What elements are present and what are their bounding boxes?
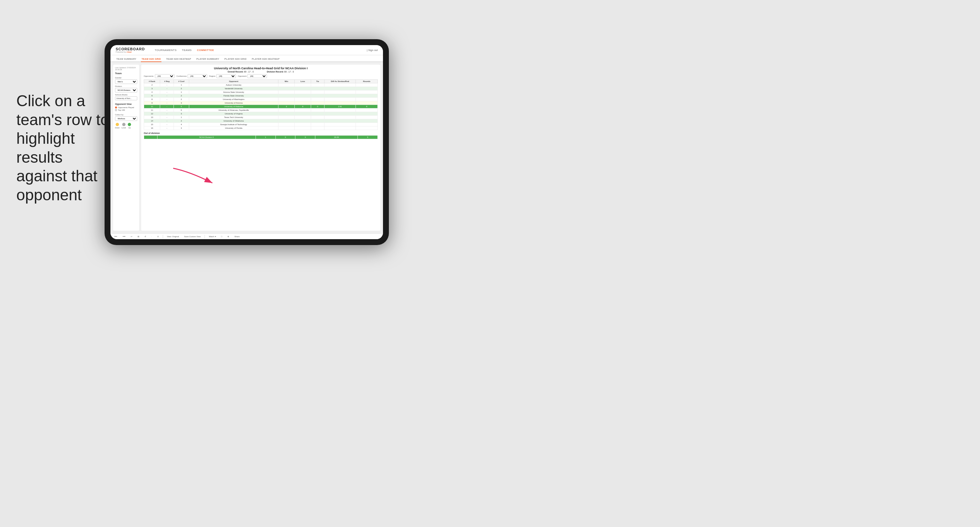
nav-teams[interactable]: TEAMS — [182, 49, 192, 52]
cell-diff: 2.61 — [324, 105, 356, 108]
cell-opponent: Arizona State University — [189, 91, 278, 94]
tab-team-h2h-grid[interactable]: TEAM H2H GRID — [141, 57, 161, 62]
table-row[interactable]: 8 - 2 University of Washington — [144, 98, 378, 101]
cell-rounds — [356, 91, 378, 94]
cell-rounds — [356, 83, 378, 87]
legend-down-label: Down — [115, 127, 119, 129]
cell-reg: - — [160, 105, 174, 108]
cell-loss — [294, 101, 311, 105]
cell-loss — [294, 94, 311, 98]
table-row[interactable]: 3 - 2 Vanderbilt University — [144, 87, 378, 91]
cell-loss — [294, 87, 311, 91]
table-row[interactable]: 16 - 3 University of Florida — [144, 126, 378, 130]
cell-rounds — [356, 101, 378, 105]
cell-diff — [324, 116, 356, 119]
cell-reg: - — [160, 119, 174, 123]
cell-diff — [324, 108, 356, 112]
table-row[interactable]: 14 - 2 University of Oklahoma — [144, 119, 378, 123]
sign-out-link[interactable]: | Sign out — [367, 49, 378, 52]
out-div-division — [144, 135, 158, 139]
legend-down-circle — [116, 123, 119, 126]
legend-down: Down — [115, 123, 119, 129]
table-row[interactable]: 15 - 4 Georgia Institute of Technology — [144, 123, 378, 126]
toolbar-refresh[interactable]: ↩ — [129, 235, 134, 238]
gender-select[interactable]: Men's — [115, 80, 137, 84]
cell-reg: - — [160, 94, 174, 98]
toolbar-view-original[interactable]: View: Original — [165, 235, 180, 238]
table-row[interactable]: 2 - 1 Auburn University — [144, 83, 378, 87]
cell-reg: - — [160, 83, 174, 87]
table-row[interactable]: 9 - 3 University of Arizona — [144, 101, 378, 105]
logo-area: SCOREBOARD Powered by clippi — [116, 47, 145, 53]
toolbar-watch[interactable]: Watch ▾ — [207, 235, 217, 238]
cell-diff — [324, 101, 356, 105]
region-filter-select[interactable]: (All) — [216, 74, 236, 78]
cell-loss — [294, 119, 311, 123]
division-label: Division — [115, 85, 137, 87]
cell-rank: 12 — [144, 112, 160, 116]
gender-label: Gender — [115, 77, 137, 79]
nav-tournaments[interactable]: TOURNAMENTS — [154, 49, 177, 52]
brand-name: clippi — [126, 51, 132, 53]
toolbar-save-custom[interactable]: Save Custom View — [183, 235, 202, 238]
cell-reg: - — [160, 87, 174, 91]
opponents-filter-label: Opponents: — [144, 75, 154, 77]
cell-rank: 15 — [144, 123, 160, 126]
out-of-div-row[interactable]: NCAA Division II 1 0 0 26.00 3 — [144, 135, 378, 139]
tab-team-summary[interactable]: TEAM SUMMARY — [116, 57, 137, 62]
grid-table: # Rank # Reg # Conf Opponent Win Loss Ti… — [144, 80, 378, 130]
cell-win — [278, 119, 294, 123]
toolbar-share[interactable]: Share — [233, 235, 241, 238]
cell-opponent: University of Arizona — [189, 101, 278, 105]
toolbar-grid[interactable]: ⊞ — [136, 235, 140, 238]
tab-team-h2h-heatmap[interactable]: TEAM H2H HEATMAP — [165, 57, 192, 62]
toolbar-dot[interactable]: · — [150, 235, 153, 238]
cell-conf: 2 — [174, 87, 189, 91]
cell-conf: 6 — [174, 108, 189, 112]
table-row[interactable]: 4 - 1 Arizona State University — [144, 91, 378, 94]
toolbar-target[interactable]: ⊙ — [156, 235, 160, 238]
cell-diff — [324, 98, 356, 101]
cell-loss — [294, 126, 311, 130]
toolbar-plus[interactable]: ⊕ — [226, 235, 231, 238]
cell-reg: - — [160, 112, 174, 116]
toolbar-redo[interactable]: ⟶ — [121, 235, 127, 238]
toolbar-divider-2 — [205, 235, 205, 238]
cell-rank: 4 — [144, 91, 160, 94]
top-100-label: Top 100 — [118, 109, 125, 111]
cell-conf: 3 — [174, 101, 189, 105]
table-row[interactable]: 6 - 2 Florida State University — [144, 94, 378, 98]
tab-player-h2h-grid[interactable]: PLAYER H2H GRID — [224, 57, 247, 62]
cell-conf: 2 — [174, 94, 189, 98]
toolbar-clock[interactable]: ↺ — [143, 235, 147, 238]
opponent-filter-select[interactable]: (All) — [247, 74, 267, 78]
panel-title: University of North Carolina Head-to-Hea… — [144, 67, 378, 70]
table-row[interactable]: 13 - 1 Texas Tech University — [144, 116, 378, 119]
cell-opponent: University of Arkansas, Fayetteville — [189, 108, 278, 112]
cell-rank: 16 — [144, 126, 160, 130]
table-row[interactable]: 12 - 3 University of Virginia — [144, 112, 378, 116]
legend-up: Up — [128, 123, 131, 129]
division-select[interactable]: NCAA Division I — [115, 88, 137, 92]
top-100-radio-dot — [115, 109, 117, 111]
opponents-filter-select[interactable]: (All) — [155, 74, 175, 78]
toolbar-square[interactable]: □ — [220, 235, 224, 238]
school-label: School (Rank) — [115, 94, 137, 96]
top-100-radio[interactable]: Top 100 — [115, 109, 137, 111]
table-row[interactable]: 11 - 5 University of Alabama 3 0 0 2.61 … — [144, 105, 378, 108]
table-row[interactable]: 11 - 6 University of Arkansas, Fayettevi… — [144, 108, 378, 112]
nav-links: TOURNAMENTS TEAMS COMMITTEE — [154, 49, 360, 52]
colour-by-select[interactable]: Win/loss — [115, 116, 137, 121]
legend-level: Level — [122, 123, 126, 129]
cell-conf: 3 — [174, 112, 189, 116]
legend-up-circle — [128, 123, 131, 126]
cell-rounds — [356, 123, 378, 126]
nav-committee[interactable]: COMMITTEE — [197, 49, 214, 52]
conference-filter-select[interactable]: (All) — [188, 74, 207, 78]
opponents-played-radio[interactable]: Opponents Played — [115, 107, 137, 108]
tab-player-summary[interactable]: PLAYER SUMMARY — [196, 57, 220, 62]
toolbar-undo[interactable]: ⟵ — [113, 235, 119, 238]
tab-player-h2h-heatmap[interactable]: PLAYER H2H HEATMAP — [251, 57, 280, 62]
opponents-filter: Opponents: (All) — [144, 74, 175, 78]
cell-win — [278, 94, 294, 98]
